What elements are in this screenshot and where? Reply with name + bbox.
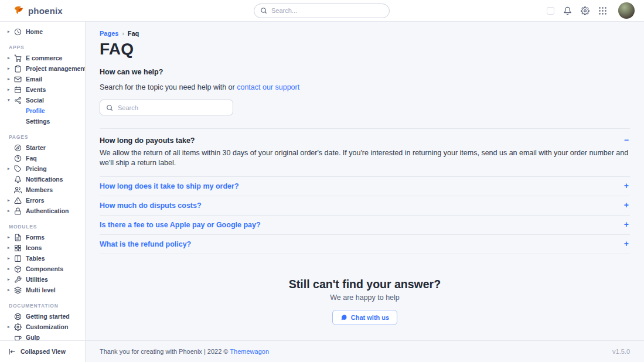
users-icon <box>14 186 22 194</box>
sidebar-item-label: Getting started <box>26 313 70 320</box>
chevron-right-icon: ▸ <box>8 66 14 71</box>
intro-text: Search for the topic you need help with … <box>100 83 630 91</box>
alert-icon <box>14 197 22 204</box>
chevron-right-icon: ▸ <box>8 29 14 34</box>
footer-text: Thank you for creating with Phoenix | 20… <box>100 348 228 355</box>
sidebar-section-label-pages: PAGES <box>8 132 83 142</box>
chevron-right-icon: ▸ <box>8 325 14 329</box>
search-icon <box>260 7 267 14</box>
sidebar-item-authentication[interactable]: ▸Authentication <box>8 206 83 216</box>
sidebar-item-notifications[interactable]: Notifications <box>8 174 83 185</box>
sidebar-item-label: Members <box>26 186 53 193</box>
chevron-right-icon: ▸ <box>8 267 14 271</box>
sidebar-item-label: Home <box>26 28 43 35</box>
sidebar-item-starter[interactable]: Starter <box>8 142 83 153</box>
sidebar-item-multi-level[interactable]: ▸Multi level <box>8 285 83 295</box>
faq-question-toggle[interactable]: What is the refund policy?+ <box>100 235 630 254</box>
faq-question-toggle[interactable]: Is there a fee to use Apple pay or Googl… <box>100 216 630 234</box>
sidebar-item-label: Errors <box>26 197 45 204</box>
table-icon <box>14 255 22 262</box>
faq-question-toggle[interactable]: How long do payouts take?− <box>100 129 630 145</box>
sidebar-item-label: Gulp <box>26 334 40 340</box>
themewagon-link[interactable]: Themewagon <box>230 348 269 355</box>
page-title: FAQ <box>100 40 630 59</box>
sidebar-item-pricing[interactable]: ▸Pricing <box>8 163 83 174</box>
faq-search-input[interactable] <box>118 104 227 111</box>
chevron-right-icon: ▸ <box>8 166 14 171</box>
sidebar-item-members[interactable]: Members <box>8 185 83 195</box>
intro-text-span: Search for the topic you need help with … <box>100 83 235 91</box>
tool-icon <box>14 276 22 284</box>
cta-title: Still can't find your answer? <box>100 278 630 291</box>
calendar-icon <box>14 86 22 94</box>
sidebar-item-getting-started[interactable]: Getting started <box>8 311 83 322</box>
sidebar-item-components[interactable]: ▸Components <box>8 264 83 274</box>
faq-question-toggle[interactable]: How much do disputs costs?+ <box>100 196 630 215</box>
sidebar-item-label: E commerce <box>26 54 62 62</box>
compass-icon <box>14 144 22 152</box>
sidebar-item-label: Utilities <box>26 276 48 283</box>
faq-search <box>100 100 233 115</box>
faq-question: How long do payouts take? <box>100 136 195 145</box>
collapse-minus-icon: − <box>624 136 629 144</box>
faq-question-toggle[interactable]: How long does it take to ship my order?+ <box>100 177 630 196</box>
sidebar-item-events[interactable]: ▸Events <box>8 84 83 95</box>
faq-item-what-is-the-refund-policy-: What is the refund policy?+ <box>100 234 630 254</box>
cart-icon <box>14 54 22 62</box>
sidebar-item-label: Starter <box>26 144 46 151</box>
sidebar-item-label: Project management <box>26 65 85 72</box>
chevron-right-icon: ▸ <box>8 209 14 213</box>
bell-icon[interactable] <box>563 6 572 15</box>
chevron-right-icon: ▸ <box>8 277 14 282</box>
user-avatar[interactable] <box>618 2 635 19</box>
chevron-right-icon: ▸ <box>8 256 14 261</box>
contact-support-link[interactable]: contact our support <box>237 83 299 91</box>
sidebar-item-errors[interactable]: ▸Errors <box>8 195 83 206</box>
sidebar-item-label: Tables <box>26 255 45 262</box>
faq-question: What is the refund policy? <box>100 240 191 248</box>
sidebar-subitem-settings[interactable]: Settings <box>8 116 83 127</box>
expand-plus-icon: + <box>624 221 629 228</box>
sidebar-item-icons[interactable]: ▸Icons <box>8 243 83 253</box>
sidebar-item-label: Faq <box>26 155 37 162</box>
sidebar-item-social[interactable]: ▾Social <box>8 95 83 105</box>
version-label: v1.5.0 <box>612 348 630 355</box>
theme-toggle-icon[interactable] <box>547 7 554 15</box>
phoenix-logo-icon <box>13 5 25 16</box>
navbar-search-input[interactable] <box>271 7 383 14</box>
sidebar-item-gulp[interactable]: Gulp <box>8 332 83 340</box>
sidebar-item-forms[interactable]: ▸Forms <box>8 232 83 243</box>
chevron-right-icon: ▸ <box>8 245 14 250</box>
search-icon <box>106 104 113 111</box>
apps-grid-icon[interactable] <box>598 6 607 15</box>
sidebar-item-customization[interactable]: ▸Customization <box>8 322 83 332</box>
sidebar-item-project-management[interactable]: ▸Project management <box>8 63 83 74</box>
sidebar-section-label-documentation: DOCUMENTATION <box>8 300 83 311</box>
gear-icon[interactable] <box>581 6 590 15</box>
sidebar-item-utilities[interactable]: ▸Utilities <box>8 274 83 285</box>
sidebar-item-email[interactable]: ▸Email <box>8 74 83 84</box>
sidebar-subitem-profile[interactable]: Profile <box>8 105 83 116</box>
chat-button-label: Chat with us <box>351 314 389 321</box>
chevron-right-icon: ▸ <box>8 87 14 92</box>
logo[interactable]: phoenix <box>13 5 63 16</box>
faq-accordion: How long do payouts take?−We allow the r… <box>100 128 630 254</box>
collapsed-view-toggle[interactable]: Collapsed View <box>0 340 85 362</box>
breadcrumb-pages-link[interactable]: Pages <box>100 30 118 37</box>
sidebar-item-home[interactable]: ▸Home <box>8 26 83 37</box>
lifebuoy-icon <box>14 313 22 320</box>
breadcrumb-current: Faq <box>128 30 139 37</box>
faq-question: How long does it take to ship my order? <box>100 182 239 190</box>
sidebar-item-label: Components <box>26 265 63 272</box>
sidebar-item-label: Customization <box>26 323 68 330</box>
mail-icon <box>14 76 22 83</box>
sidebar-item-faq[interactable]: Faq <box>8 153 83 163</box>
expand-plus-icon: + <box>624 240 629 247</box>
chat-with-us-button[interactable]: Chat with us <box>332 310 397 325</box>
sidebar-item-e-commerce[interactable]: ▸E commerce <box>8 53 83 63</box>
grid-icon <box>14 244 22 252</box>
faq-answer: We allow the return of all items within … <box>100 148 630 168</box>
sidebar-item-label: Social <box>26 97 44 104</box>
sidebar-item-label: Icons <box>26 244 42 251</box>
sidebar-item-tables[interactable]: ▸Tables <box>8 253 83 264</box>
